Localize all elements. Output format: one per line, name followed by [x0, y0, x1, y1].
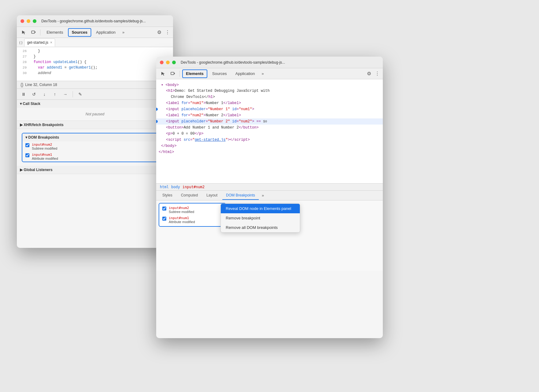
global-listeners-label: ▶ Global Listeners: [20, 168, 52, 172]
cursor-icon-2[interactable]: [159, 69, 167, 78]
global-listeners-header[interactable]: ▶ Global Listeners: [17, 166, 173, 174]
bracket-icon: {}: [21, 82, 23, 87]
titlebar-2: DevTools - googlechrome.github.io/devtoo…: [156, 57, 383, 68]
code-line-28: 28 function updateLabel() {: [17, 59, 173, 65]
status-text: Line 32, Column 18: [25, 83, 57, 87]
global-listeners-section: ▶ Global Listeners: [17, 166, 173, 174]
html-line-label2[interactable]: <label for="num2">Number 2</label>: [156, 112, 383, 118]
step-out-btn[interactable]: ↑: [51, 90, 59, 99]
settings-icon-1[interactable]: ⚙: [155, 28, 163, 36]
tab-elements-1[interactable]: Elements: [43, 28, 67, 37]
html-line-script[interactable]: <script src="get-started.js"></script>: [156, 137, 383, 143]
html-line-label1[interactable]: <label for="num1">Number 1</label>: [156, 100, 383, 106]
bp-type-1b: Attribute modified: [32, 157, 58, 160]
window-title-2: DevTools - googlechrome.github.io/devtoo…: [181, 60, 285, 65]
xhr-breakpoints-section: ▶ XHR/fetch Breakpoints: [17, 121, 173, 129]
settings-icon-2[interactable]: ⚙: [365, 69, 373, 78]
devtools-tabs-2: Elements Sources Application » ⚙ ⋮: [156, 68, 383, 79]
titlebar-1: DevTools - googlechrome.github.io/devtoo…: [17, 15, 173, 27]
more-options-icon-2[interactable]: ⋮: [374, 69, 380, 78]
btab-dom-breakpoints[interactable]: DOM Breakpoints: [222, 191, 259, 200]
html-line-p[interactable]: <p>0 + 0 = 00</p>: [156, 131, 383, 137]
devtools-tabs-1: Elements Sources Application » ⚙ ⋮: [17, 27, 173, 38]
debug-divider: [73, 91, 73, 97]
close-button[interactable]: [21, 19, 24, 23]
html-line-h1[interactable]: <h1>Demo: Get Started Debugging JavaScri…: [156, 88, 383, 94]
step-over-btn[interactable]: ↺: [30, 90, 38, 99]
cursor-icon[interactable]: [19, 28, 28, 37]
breadcrumb-html[interactable]: html: [160, 185, 169, 189]
context-menu-item-remove-all[interactable]: Remove all DOM breakpoints: [221, 223, 300, 232]
breadcrumb-body[interactable]: body: [171, 185, 180, 189]
xhr-breakpoints-label: ▶ XHR/fetch Breakpoints: [20, 123, 63, 127]
bp-label-2b: input#num1 Attribute modified: [169, 216, 195, 224]
file-tab-1[interactable]: get-started.js ×: [24, 39, 55, 47]
close-button-2[interactable]: [160, 61, 164, 64]
debug-toolbar: ⏸ ↺ ↓ ↑ → ✎: [17, 89, 173, 100]
tab-application-2[interactable]: Application: [232, 69, 259, 78]
html-line-input2[interactable]: <input placeholder="Number 2" id="num2">…: [156, 118, 383, 125]
pause-btn[interactable]: ⏸: [19, 90, 28, 99]
html-line-body-close[interactable]: </body>: [156, 143, 383, 149]
call-stack-label: ▾ Call Stack: [20, 102, 40, 106]
tab-sources-1[interactable]: Sources: [68, 28, 91, 37]
code-line-29: 29 var addend1 = getNumber1();: [17, 65, 173, 70]
step-btn[interactable]: →: [61, 90, 70, 99]
tab-more-2[interactable]: »: [260, 70, 266, 77]
tab-divider-1: [40, 29, 40, 35]
bp-checkbox-1a[interactable]: [25, 143, 29, 147]
html-line-body[interactable]: ▾ <body>: [156, 82, 383, 88]
btab-styles[interactable]: Styles: [159, 191, 176, 200]
context-menu-item-remove[interactable]: Remove breakpoint: [221, 213, 300, 223]
not-paused-text: Not paused: [21, 110, 169, 119]
dom-breakpoints-header-1[interactable]: ▾ DOM Breakpoints: [22, 133, 168, 141]
dom-breakpoints-wrapper: ▾ DOM Breakpoints input#num2 Subtree mod…: [17, 129, 173, 166]
code-line-30: 30 addend: [17, 70, 173, 76]
blackbox-btn[interactable]: ✎: [76, 90, 85, 99]
html-line-h1-cont[interactable]: Chrome DevTools</h1>: [156, 94, 383, 100]
device-icon-2[interactable]: [168, 69, 177, 78]
bp-item-2a: input#num2 Subtree modified: [159, 205, 225, 215]
maximize-button-2[interactable]: [172, 61, 176, 64]
call-stack-header[interactable]: ▾ Call Stack: [17, 100, 173, 108]
btab-layout[interactable]: Layout: [203, 191, 221, 200]
tab-sources-2[interactable]: Sources: [209, 69, 231, 78]
bp-checkbox-2b[interactable]: [162, 217, 166, 221]
more-options-icon-1[interactable]: ⋮: [164, 28, 171, 36]
breakpoint-item-1b: input#num1 Attribute modified: [22, 151, 168, 162]
bp-selector-1a: input#num2: [32, 143, 57, 147]
html-tree: ▾ <body> <h1>Demo: Get Started Debugging…: [156, 79, 383, 183]
minimize-button[interactable]: [27, 19, 30, 23]
xhr-breakpoints-header[interactable]: ▶ XHR/fetch Breakpoints: [17, 121, 173, 129]
bp-checkbox-2a[interactable]: [162, 207, 166, 211]
btab-more[interactable]: »: [260, 192, 266, 199]
svg-rect-0: [32, 31, 35, 33]
traffic-lights-2: [160, 61, 176, 64]
bp-item-2b: input#num1 Attribute modified: [159, 215, 225, 225]
dom-bp-panel: input#num2 Subtree modified input#num1 A…: [156, 200, 383, 271]
btab-computed[interactable]: Computed: [177, 191, 202, 200]
tab-divider-2: [179, 71, 180, 77]
bp-checkbox-1b[interactable]: [25, 153, 29, 157]
tab-elements-2[interactable]: Elements: [182, 69, 207, 78]
tab-more-1[interactable]: »: [120, 29, 126, 36]
bp-selector-2a: input#num2: [169, 206, 194, 210]
breadcrumb-input-num2[interactable]: input#num2: [183, 185, 205, 189]
minimize-button-2[interactable]: [166, 61, 170, 64]
file-tab-close[interactable]: ×: [50, 41, 52, 44]
html-line-button[interactable]: <button>Add Number 1 and Number 2</butto…: [156, 125, 383, 131]
html-line-input1[interactable]: <input placeholder="Number 1" id="num1">: [156, 106, 383, 112]
file-tab-name: get-started.js: [27, 40, 48, 45]
html-line-html-close[interactable]: </html>: [156, 149, 383, 155]
devtools-window-elements: DevTools - googlechrome.github.io/devtoo…: [156, 57, 383, 338]
step-into-btn[interactable]: ↓: [40, 90, 49, 99]
status-bar-1: {} Line 32, Column 18: [17, 81, 173, 89]
context-menu-item-reveal[interactable]: Reveal DOM node in Elements panel: [221, 204, 300, 213]
file-bracket-icon: { }: [19, 41, 22, 44]
bp-label-2a: input#num2 Subtree modified: [169, 206, 194, 214]
window-title-1: DevTools - googlechrome.github.io/devtoo…: [41, 19, 146, 23]
maximize-button[interactable]: [33, 19, 36, 23]
device-icon[interactable]: [29, 28, 38, 37]
tab-application-1[interactable]: Application: [92, 28, 119, 37]
breadcrumb-bar: html body input#num2: [156, 183, 383, 191]
